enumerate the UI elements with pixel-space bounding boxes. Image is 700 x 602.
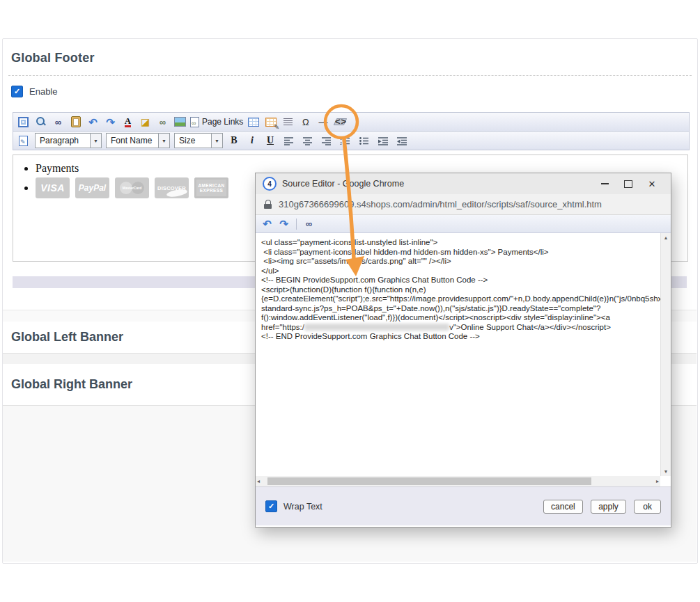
paragraph-select[interactable]: Paragraph ▼ (35, 133, 102, 148)
align-left-icon[interactable] (281, 134, 296, 148)
source-code-editor[interactable]: <ul class="payment-icons list-unstyled l… (256, 233, 660, 476)
scroll-right-icon[interactable]: ▸ (656, 478, 659, 484)
ok-button[interactable]: ok (634, 500, 661, 514)
undo-icon[interactable]: ↶ (86, 115, 100, 129)
scroll-up-icon[interactable]: ▲ (661, 235, 671, 240)
image-icon[interactable] (173, 115, 187, 129)
align-right-icon[interactable] (319, 134, 334, 148)
vertical-scrollbar[interactable]: ▲ ▼ (660, 233, 671, 476)
dialog-url[interactable]: 310g67366699609.s4shops.com/admin/html_e… (279, 199, 602, 209)
code-line: f():window.addEventListener("load",f)})(… (261, 313, 660, 323)
link-icon[interactable]: ∞ (155, 115, 170, 129)
fullscreen-icon[interactable] (16, 115, 31, 129)
check-icon: ✓ (268, 502, 274, 511)
code-line-redacted: href="https:/v">Online Support Chat</a><… (261, 323, 660, 333)
edit-document-icon[interactable]: ✎ (16, 134, 31, 148)
svg-text:1: 1 (340, 136, 342, 141)
underline-button[interactable]: U (263, 134, 277, 148)
indent-icon[interactable] (375, 134, 390, 148)
global-footer-title: Global Footer (11, 51, 95, 65)
divider (296, 219, 297, 230)
code-line: standard-sync.js?ps_h=POAB&ps_t="+Date.n… (261, 304, 660, 314)
insert-table-icon[interactable] (246, 115, 260, 129)
horizontal-scrollbar[interactable]: ◂ ▸ (256, 476, 660, 486)
wrap-text-checkbox[interactable]: ✓ (265, 500, 277, 512)
find-icon[interactable]: ∞ (302, 216, 316, 231)
code-line: <ul class="payment-icons list-unstyled l… (261, 238, 660, 248)
italic-button[interactable]: i (245, 134, 259, 148)
preview-icon[interactable] (33, 115, 48, 129)
chevron-down-icon[interactable]: ▼ (90, 134, 101, 148)
ordered-list-icon[interactable]: 12 (338, 134, 352, 148)
bold-button[interactable]: B (227, 134, 241, 148)
maximize-icon (624, 180, 632, 188)
close-button[interactable]: ✕ (640, 174, 664, 193)
code-line: <!-- BEGIN ProvideSupport.com Graphics C… (261, 276, 660, 285)
properties-icon[interactable] (281, 115, 295, 129)
chevron-down-icon[interactable]: ▼ (211, 134, 222, 148)
chevron-down-icon[interactable]: ▼ (158, 134, 169, 148)
dialog-toolbar: ↶ ↷ ∞ (256, 215, 671, 233)
special-char-icon[interactable]: Ω (298, 115, 313, 129)
page: Global Footer ✓ Enable ∞ ↶ ↷ A ◪ ∞ ∞ Pag… (0, 0, 700, 602)
svg-text:2: 2 (340, 141, 342, 145)
minimize-button[interactable] (593, 174, 616, 193)
dialog-titlebar[interactable]: 4 Source Editor - Google Chrome ✕ (256, 173, 671, 194)
dialog-urlbar: 310g67366699609.s4shops.com/admin/html_e… (256, 194, 671, 215)
apply-button[interactable]: apply (591, 500, 626, 514)
global-left-banner-title: Global Left Banner (11, 330, 123, 344)
minimize-icon (601, 183, 609, 184)
unordered-list-icon[interactable] (357, 134, 371, 148)
mastercard-card-image: MasterCard (115, 177, 149, 198)
page-links-label: Page Links (202, 118, 243, 126)
size-select[interactable]: Size ▼ (174, 133, 223, 148)
cancel-button[interactable]: cancel (543, 500, 583, 514)
edit-table-icon[interactable]: ✎ (263, 115, 278, 129)
code-line: <li class="payment-icons-label hidden-md… (261, 248, 660, 258)
payments-text: Payments (36, 162, 79, 174)
global-right-banner-title: Global Right Banner (11, 377, 132, 392)
close-icon: ✕ (648, 179, 656, 189)
align-center-icon[interactable] (300, 134, 315, 148)
lock-icon (264, 200, 272, 209)
outdent-icon[interactable] (394, 134, 409, 148)
window-controls: ✕ (593, 174, 664, 193)
paragraph-select-value: Paragraph (36, 134, 90, 148)
scrollbar-thumb[interactable] (267, 477, 591, 485)
font-color-icon[interactable]: A (120, 115, 135, 129)
paypal-card-image: PayPal (75, 177, 109, 198)
wrap-text-label: Wrap Text (283, 502, 322, 512)
page-links-button[interactable]: ∞ Page Links (190, 115, 243, 129)
code-line: {e=D.createElement("script");e.src="http… (261, 294, 660, 304)
enable-row: ✓ Enable (11, 86, 57, 97)
paste-icon[interactable] (68, 115, 83, 129)
redo-icon[interactable]: ↷ (103, 115, 118, 129)
dialog-title: Source Editor - Google Chrome (282, 179, 404, 189)
horizontal-rule-icon[interactable]: — (316, 115, 330, 129)
source-code-icon[interactable]: <> (334, 114, 348, 129)
find-icon[interactable]: ∞ (51, 115, 65, 129)
source-editor-dialog: 4 Source Editor - Google Chrome ✕ 310g67… (255, 173, 671, 528)
code-line: <!-- END ProvideSupport.com Graphics Cha… (261, 332, 660, 342)
undo-icon[interactable]: ↶ (260, 216, 274, 231)
redo-icon[interactable]: ↷ (277, 216, 291, 231)
wrap-text-row: ✓ Wrap Text (265, 500, 322, 512)
code-line: <li><img src="assets/images/cards.png" a… (261, 257, 660, 267)
redacted-blur (304, 324, 449, 331)
scroll-down-icon[interactable]: ▼ (661, 469, 671, 474)
highlight-icon[interactable]: ◪ (138, 115, 153, 129)
dialog-footer: ✓ Wrap Text cancel apply ok (256, 486, 671, 525)
enable-checkbox[interactable]: ✓ (11, 86, 23, 97)
amex-card-image: AMERICAN EXPRESS (194, 177, 228, 198)
scroll-left-icon[interactable]: ◂ (257, 478, 260, 484)
maximize-button[interactable] (616, 174, 640, 193)
chrome-badge-icon: 4 (263, 177, 277, 191)
font-name-select[interactable]: Font Name ▼ (106, 133, 170, 148)
divider (8, 75, 692, 76)
editor-toolbar: ∞ ↶ ↷ A ◪ ∞ ∞ Page Links ✎ Ω — (13, 112, 690, 132)
code-line: </ul> (261, 267, 660, 276)
enable-label: Enable (29, 86, 57, 97)
discover-card-image: DISCOVER (155, 177, 189, 198)
size-select-value: Size (175, 134, 211, 148)
check-icon: ✓ (14, 87, 20, 96)
